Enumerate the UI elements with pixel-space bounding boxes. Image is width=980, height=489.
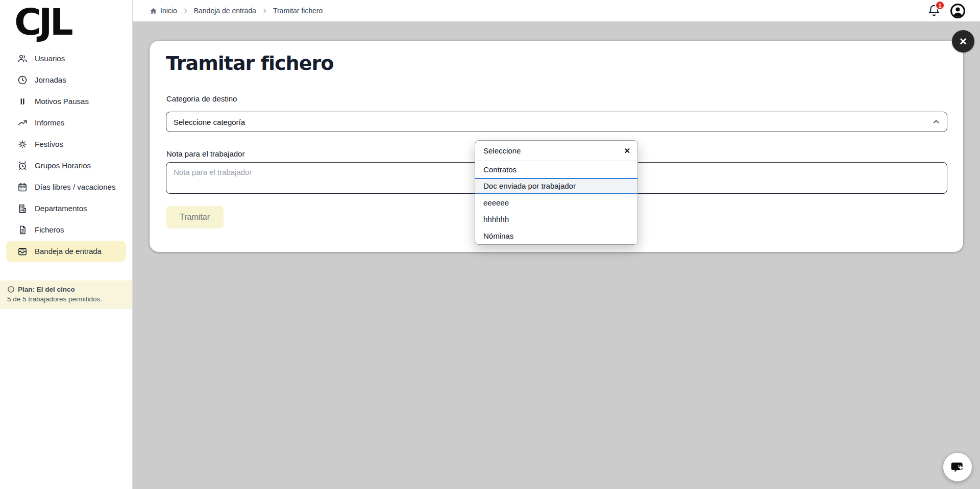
category-select[interactable]: Seleccione categoría xyxy=(166,112,947,132)
sidebar-nav: Usuarios Jornadas Motivos Pausas Informe… xyxy=(0,48,132,262)
info-icon xyxy=(7,286,15,293)
sidebar-item-motivos-pausas[interactable]: Motivos Pausas xyxy=(0,91,132,112)
dropdown-close-button[interactable]: ✕ xyxy=(624,147,630,155)
plan-title-row: Plan: El del cinco xyxy=(7,286,125,293)
breadcrumb-label: Bandeja de entrada xyxy=(194,7,256,15)
building-icon xyxy=(17,203,28,214)
sidebar-item-label: Informes xyxy=(35,118,64,127)
pause-icon xyxy=(17,96,28,107)
breadcrumb-bandeja[interactable]: Bandeja de entrada xyxy=(194,7,256,15)
notification-badge: 1 xyxy=(935,1,945,10)
close-icon: ✕ xyxy=(959,36,967,47)
plan-title: Plan: El del cinco xyxy=(18,286,75,293)
sidebar-item-usuarios[interactable]: Usuarios xyxy=(0,48,132,69)
dropdown-option-contratos[interactable]: Contratos xyxy=(475,161,638,178)
category-label: Categoria de destino xyxy=(166,94,237,103)
sidebar-item-label: Departamentos xyxy=(35,204,87,213)
plan-subtitle: 5 de 5 trabajadores permitidos. xyxy=(7,295,125,303)
home-icon xyxy=(150,7,157,15)
sidebar-item-label: Motivos Pausas xyxy=(35,97,89,106)
sidebar-item-label: Usuarios xyxy=(35,54,65,63)
breadcrumb-label: Tramitar fichero xyxy=(273,7,323,15)
topbar-actions: 1 xyxy=(927,0,966,21)
sidebar: CJL Usuarios Jornadas Motivos Pausas Inf… xyxy=(0,0,133,489)
user-avatar-icon xyxy=(950,3,966,19)
breadcrumb-home[interactable]: Inicio xyxy=(150,7,177,15)
calendar-icon xyxy=(17,182,28,192)
dropdown-header: Seleccione ✕ xyxy=(475,141,638,161)
dropdown-option-doc-enviada[interactable]: Doc enviada por trabajador xyxy=(475,178,638,195)
chevron-right-icon xyxy=(261,8,268,14)
dropdown-option-hhhhhh[interactable]: hhhhhh xyxy=(475,211,638,228)
modal-close-button[interactable]: ✕ xyxy=(952,30,974,53)
category-select-value: Seleccione categoría xyxy=(174,118,245,126)
dropdown-option-eeeeee[interactable]: eeeeee xyxy=(475,194,638,211)
sidebar-item-ficheros[interactable]: Ficheros xyxy=(0,219,132,241)
sidebar-item-label: Jornadas xyxy=(35,75,66,84)
category-dropdown-popup: Seleccione ✕ Contratos Doc enviada por t… xyxy=(475,140,638,245)
sidebar-item-bandeja-de-entrada[interactable]: Bandeja de entrada xyxy=(6,241,126,262)
breadcrumb: Inicio Bandeja de entrada Tramitar fiche… xyxy=(150,0,323,21)
sidebar-item-label: Días libres / vacaciones xyxy=(35,183,115,191)
dropdown-option-nominas[interactable]: Nóminas xyxy=(475,227,638,244)
tramitar-button[interactable]: Tramitar xyxy=(166,206,224,228)
sidebar-item-label: Bandeja de entrada xyxy=(35,247,102,255)
sidebar-item-dias-libres[interactable]: Días libres / vacaciones xyxy=(0,176,132,198)
file-icon xyxy=(17,225,28,235)
alarm-clock-icon xyxy=(17,161,28,171)
sidebar-item-label: Festivos xyxy=(35,140,63,148)
app-logo[interactable]: CJL xyxy=(0,0,132,42)
close-icon: ✕ xyxy=(624,146,630,155)
sidebar-item-grupos-horarios[interactable]: Grupos Horarios xyxy=(0,155,132,176)
inbox-icon xyxy=(17,246,28,256)
breadcrumb-current: Tramitar fichero xyxy=(273,7,323,15)
clock-icon xyxy=(17,75,28,85)
notifications-button[interactable]: 1 xyxy=(927,4,941,17)
sun-icon xyxy=(17,139,28,149)
sidebar-item-label: Grupos Horarios xyxy=(35,161,91,170)
sidebar-item-departamentos[interactable]: Departamentos xyxy=(0,198,132,219)
chat-assistant-button[interactable] xyxy=(943,453,972,481)
sidebar-item-festivos[interactable]: Festivos xyxy=(0,134,132,155)
user-avatar-button[interactable] xyxy=(950,3,966,19)
sidebar-item-label: Ficheros xyxy=(35,225,64,234)
plan-info-box: Plan: El del cinco 5 de 5 trabajadores p… xyxy=(0,280,132,309)
trending-up-icon xyxy=(17,118,28,128)
breadcrumb-label: Inicio xyxy=(160,7,177,15)
users-icon xyxy=(17,54,28,64)
topbar: Inicio Bandeja de entrada Tramitar fiche… xyxy=(133,0,980,21)
dropdown-title: Seleccione xyxy=(483,146,521,155)
chevron-up-icon xyxy=(932,117,941,126)
modal-title: Tramitar fichero xyxy=(166,52,333,74)
chat-sparkle-icon xyxy=(949,459,966,475)
sidebar-item-informes[interactable]: Informes xyxy=(0,112,132,134)
sidebar-item-jornadas[interactable]: Jornadas xyxy=(0,69,132,91)
chevron-right-icon xyxy=(182,8,189,14)
note-label: Nota para el trabajador xyxy=(166,149,244,158)
